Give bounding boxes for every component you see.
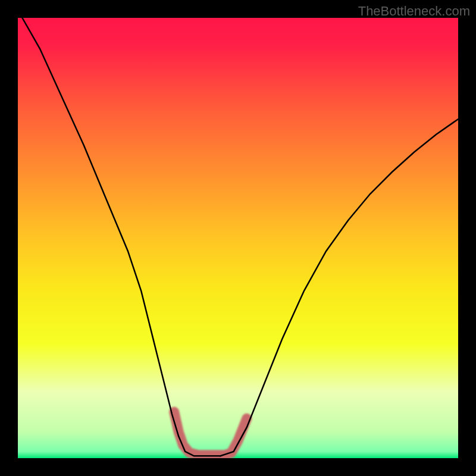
watermark-text: TheBottleneck.com (358, 4, 470, 19)
bottleneck-curve (18, 18, 458, 458)
curve-left-branch (22, 18, 220, 456)
plot-frame (18, 18, 458, 458)
curve-right-branch (220, 119, 458, 456)
